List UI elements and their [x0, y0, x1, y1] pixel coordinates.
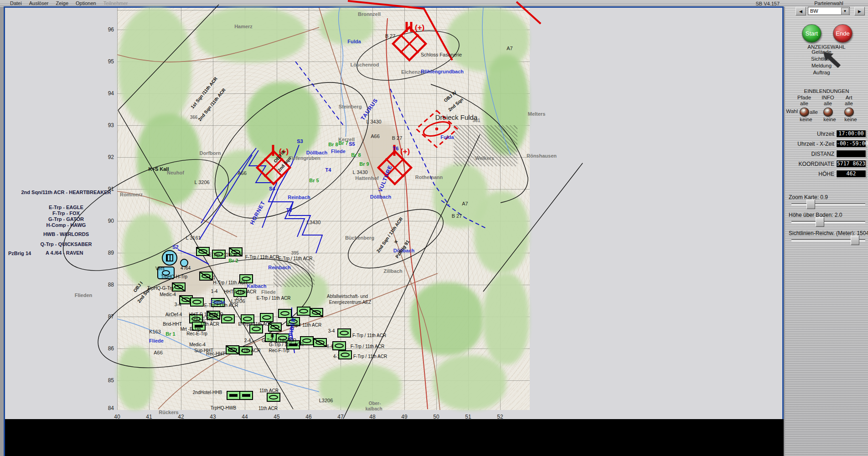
friendly-unit-icon[interactable]: [267, 393, 280, 402]
readout-label: Uhrzeit - X-Zeit: [786, 141, 834, 147]
units-layer: [0, 0, 868, 456]
grid-label-left: 89: [108, 250, 114, 256]
grid-label-left: 94: [108, 90, 114, 97]
readout-value-distanz: [836, 150, 866, 158]
grid-label-left: 88: [108, 282, 114, 288]
bottom-black-bar: [5, 419, 784, 456]
dropdown-arrow-icon[interactable]: ▼: [841, 8, 849, 15]
einblendung-knob-pfade[interactable]: [800, 108, 809, 117]
einblendung-alle-label[interactable]: alle: [816, 101, 840, 106]
legend-qtrp: Q-Trp - QUICKSABER: [18, 241, 114, 247]
friendly-unit-icon[interactable]: [227, 391, 240, 400]
grid-label-left: 86: [108, 345, 114, 352]
readout-value-koordinate: 5717 8623: [836, 160, 866, 168]
friendly-unit-icon[interactable]: [239, 391, 253, 400]
legend-line: H-Comp - HAWG: [18, 222, 114, 228]
mouse-cursor-icon: [821, 50, 843, 71]
friendly-unit-icon[interactable]: [268, 323, 282, 332]
party-dropdown-value: BW: [810, 8, 818, 14]
friendly-unit-icon[interactable]: [313, 338, 327, 347]
friendly-unit-icon[interactable]: [239, 274, 253, 283]
friendly-unit-icon[interactable]: [286, 317, 300, 326]
friendly-unit-icon[interactable]: [211, 298, 225, 307]
friendly-unit-icon[interactable]: [190, 297, 204, 307]
einblendung-header-info: INFO: [816, 95, 840, 100]
friendly-unit-icon[interactable]: [196, 247, 210, 256]
legend-title: 2nd Sqn/11th ACR - HEARTBREAKER: [18, 190, 114, 195]
friendly-unit-icon[interactable]: [338, 350, 352, 359]
readout-value-uhrzeit: 17:00:00: [836, 130, 866, 138]
grid-label-left: 84: [108, 405, 114, 411]
friendly-unit-icon[interactable]: [229, 247, 243, 256]
friendly-unit-icon[interactable]: [278, 309, 292, 318]
support-unit-icon[interactable]: [162, 250, 177, 266]
friendly-unit-icon[interactable]: [233, 288, 247, 297]
friendly-unit-icon[interactable]: [260, 313, 274, 322]
start-button[interactable]: Start: [802, 24, 822, 43]
legend-line: G-Trp - GATOR: [18, 216, 114, 222]
readout-value-uhrzeit-x-zeit: -00:-59:00: [836, 140, 866, 148]
einblendungen-title: EINBLENDUNGEN: [796, 88, 858, 94]
friendly-unit-icon[interactable]: [239, 346, 253, 355]
legend-footer-right: A 4./64 - RAVEN: [46, 250, 83, 256]
legend-line: E-Trp - EAGLE: [18, 205, 114, 210]
friendly-unit-icon[interactable]: [212, 250, 226, 259]
friendly-unit-icon[interactable]: [226, 345, 239, 354]
einblendung-knob-art[interactable]: [844, 108, 854, 117]
einblendung-keine-label[interactable]: keine: [794, 117, 818, 122]
party-next-button[interactable]: ▶: [854, 7, 865, 15]
readout-label: HÖHE: [786, 171, 834, 177]
friendly-unit-icon[interactable]: [199, 272, 213, 281]
friendly-unit-icon[interactable]: [207, 311, 220, 320]
legend-line: F-Trp - FOX: [18, 210, 114, 216]
slider-label-text: Höhe über Boden:: [789, 212, 833, 218]
grid-label-left: 92: [108, 154, 114, 160]
legend-lines: E-Trp - EAGLEF-Trp - FOXG-Trp - GATORH-C…: [18, 205, 114, 228]
slider-value: 2.0: [833, 212, 842, 218]
friendly-unit-icon[interactable]: [337, 328, 351, 338]
einblendung-header-art: Art: [837, 95, 861, 100]
slider-track[interactable]: [791, 239, 865, 241]
grid-label-left: 95: [108, 58, 114, 65]
friendly-unit-icon[interactable]: [192, 322, 206, 331]
einblendung-keine-label[interactable]: keine: [818, 117, 842, 122]
friendly-unit-icon[interactable]: [241, 314, 254, 323]
friendly-unit-icon[interactable]: [310, 308, 323, 317]
readout-label: Uhrzeit: [786, 131, 834, 137]
legend-hwb: HWB - WARLORDS: [18, 231, 114, 237]
einblendung-knob-info[interactable]: [823, 108, 833, 117]
grid-label-left: 85: [108, 377, 114, 384]
friendly-unit-icon[interactable]: [286, 340, 300, 349]
slider-label-text: Sichtlinien-Reichw. (Meter):: [789, 230, 855, 236]
support-unit-icon[interactable]: [157, 266, 175, 279]
readout-label: DISTANZ: [786, 151, 834, 157]
friendly-unit-icon[interactable]: [221, 314, 235, 323]
friendly-unit-icon[interactable]: [297, 307, 310, 316]
readout-label: KOORDINATE: [786, 161, 834, 167]
friendly-unit-icon[interactable]: [332, 341, 346, 350]
ende-button[interactable]: Ende: [833, 24, 852, 43]
legend-footer-left: PzBrig 14: [8, 251, 31, 256]
slider-value: 0.9: [819, 194, 828, 200]
einblendung-alle-label[interactable]: alle: [792, 101, 816, 106]
readout-value-h-he: 462: [836, 170, 866, 178]
einblendung-keine-label[interactable]: keine: [839, 117, 863, 122]
wahl-label: Wahl: [786, 108, 798, 114]
slider-track[interactable]: [791, 221, 865, 223]
einblendung-alle-label[interactable]: alle: [837, 101, 861, 106]
grid-label-left: 87: [108, 313, 114, 320]
slider-thumb[interactable]: [806, 200, 815, 209]
friendly-unit-icon[interactable]: [172, 282, 186, 292]
grid-label-left: 96: [108, 26, 114, 33]
friendly-unit-icon[interactable]: [300, 336, 314, 345]
slider-track[interactable]: [791, 203, 865, 205]
task-org-legend: 2nd Sqn/11th ACR - HEARTBREAKER E-Trp - …: [18, 190, 114, 247]
einblendung-header-pfade: Pfade: [792, 95, 816, 100]
support-unit-icon[interactable]: [180, 259, 188, 267]
friendly-unit-icon[interactable]: [249, 324, 263, 333]
grid-label-left: 93: [108, 122, 114, 128]
slider-thumb[interactable]: [816, 217, 824, 227]
party-prev-button[interactable]: ◀: [796, 7, 806, 15]
party-dropdown[interactable]: BW ▼: [808, 7, 850, 15]
slider-thumb[interactable]: [851, 236, 859, 245]
